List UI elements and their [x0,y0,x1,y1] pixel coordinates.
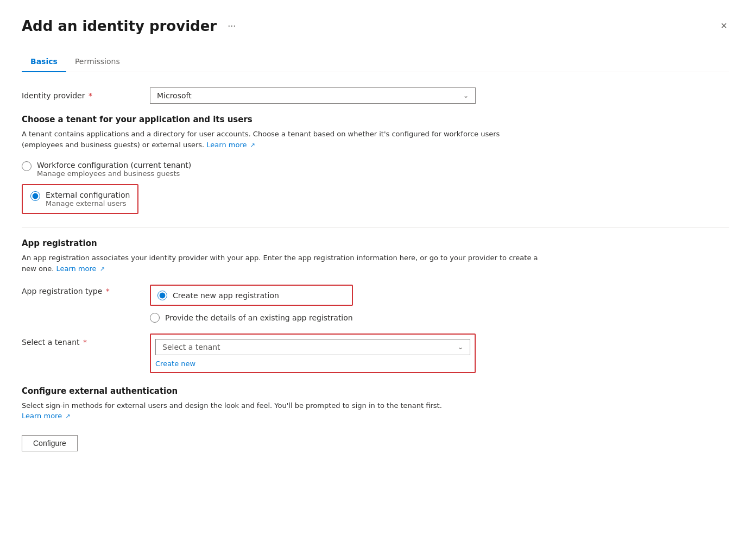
configure-learn-more-link[interactable]: Learn more ↗ [22,412,71,420]
app-reg-type-radios: Create new app registration Provide the … [150,285,353,323]
create-new-label: Create new app registration [173,291,279,300]
title-row: Add an identity provider ··· [22,18,240,34]
tab-basics[interactable]: Basics [22,52,66,72]
app-reg-description-block: An app registration associates your iden… [22,253,729,274]
app-reg-type-row: App registration type * Create new app r… [22,285,729,323]
tenant-chevron-icon: ⌄ [458,343,463,351]
configure-button[interactable]: Configure [22,435,78,451]
tenant-description: A tenant contains applications and a dir… [22,129,543,150]
app-reg-heading: App registration [22,238,729,248]
tenant-placeholder-text: Select a tenant [162,343,220,351]
tab-bar: Basics Permissions [22,52,729,72]
divider-1 [22,227,729,228]
type-required-star: * [103,287,109,295]
existing-option[interactable]: Provide the details of an existing app r… [150,312,353,323]
app-reg-learn-more-link[interactable]: Learn more ↗ [56,265,105,273]
configure-external-link-icon: ↗ [65,413,70,420]
tenant-required-star: * [81,338,87,347]
workforce-label: Workforce configuration (current tenant) [37,161,191,169]
existing-radio[interactable] [150,313,160,323]
select-tenant-row: Select a tenant * Select a tenant ⌄ Crea… [22,334,729,373]
select-tenant-label: Select a tenant * [22,334,141,347]
select-tenant-dropdown[interactable]: Select a tenant ⌄ [155,339,470,355]
tenant-controls: Select a tenant ⌄ Create new [150,334,476,373]
existing-label: Provide the details of an existing app r… [165,313,353,322]
identity-provider-label: Identity provider * [22,91,141,100]
configure-ext-auth-description-block: Select sign-in methods for external user… [22,400,729,420]
workforce-sublabel: Manage employees and business guests [37,169,191,178]
tenant-learn-more-link[interactable]: Learn more ↗ [206,141,255,149]
external-label: External configuration [46,191,130,199]
configure-external-auth-section: Configure external authentication Select… [22,386,729,451]
identity-provider-dropdown[interactable]: Microsoft ⌄ [150,87,476,104]
workforce-radio[interactable] [22,161,31,171]
chevron-down-icon: ⌄ [463,92,469,99]
app-reg-description: An app registration associates your iden… [22,253,543,274]
external-sublabel: Manage external users [46,199,130,207]
page-title: Add an identity provider [22,18,217,34]
configure-ext-auth-description: Select sign-in methods for external user… [22,400,543,411]
configure-ext-auth-heading: Configure external authentication [22,386,729,396]
identity-provider-row: Identity provider * Microsoft ⌄ [22,87,729,104]
app-reg-external-link-icon: ↗ [100,266,105,273]
required-star: * [86,91,92,100]
create-new-tenant-link[interactable]: Create new [155,360,195,368]
page-header: Add an identity provider ··· × [22,17,729,34]
tenant-heading-section: Choose a tenant for your application and… [22,115,729,150]
tenant-section-heading: Choose a tenant for your application and… [22,115,729,124]
app-reg-type-label: App registration type * [22,285,141,295]
app-registration-section: App registration An app registration ass… [22,238,729,373]
identity-provider-value: Microsoft [157,91,192,100]
tab-permissions[interactable]: Permissions [66,52,129,72]
external-option[interactable]: External configuration Manage external u… [22,184,138,214]
close-button[interactable]: × [718,17,729,34]
external-link-icon: ↗ [250,142,255,149]
external-radio[interactable] [30,191,40,201]
ellipsis-button[interactable]: ··· [223,18,240,34]
create-new-radio[interactable] [157,291,167,300]
tenant-radio-group: Workforce configuration (current tenant)… [22,161,729,214]
create-new-option[interactable]: Create new app registration [150,285,353,306]
workforce-option[interactable]: Workforce configuration (current tenant)… [22,161,729,178]
